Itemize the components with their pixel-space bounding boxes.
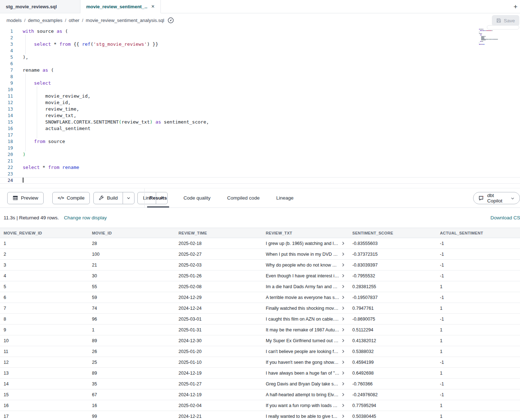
expand-row-chevron-icon[interactable]	[341, 241, 345, 245]
expand-row-chevron-icon[interactable]	[341, 371, 345, 375]
line-number: 11	[0, 93, 13, 99]
dbt-copilot-label: dbt Copilot	[487, 193, 508, 204]
code-line[interactable]: 21	[0, 158, 520, 164]
table-cell: 12	[0, 360, 88, 365]
code-line[interactable]: 18 from source	[0, 138, 520, 145]
code-line[interactable]: 22select * from rename	[0, 164, 520, 171]
expand-row-chevron-icon[interactable]	[341, 252, 345, 256]
new-tab-plus-icon[interactable]: +	[512, 3, 519, 11]
tab-lineage[interactable]: Lineage	[274, 188, 296, 207]
code-line[interactable]: 13 review_time,	[0, 106, 520, 112]
table-cell: 0.41382012	[349, 338, 436, 343]
code-line[interactable]: 5),	[0, 54, 520, 61]
expand-row-chevron-icon[interactable]	[341, 349, 345, 353]
compass-icon[interactable]	[168, 17, 174, 23]
table-row: 10892024-12-30My Super Ex Girlfriend tur…	[0, 335, 520, 346]
breadcrumb-segment: other	[69, 18, 80, 23]
table-cell: 14	[0, 381, 88, 387]
table-cell: 11	[0, 349, 88, 354]
code-editor[interactable]: 1with source as (23 select * from {{ ref…	[0, 27, 520, 188]
results-table: MOVIE_REVIEW_IDMOVIE_IDREVIEW_TIMEREVIEW…	[0, 228, 520, 420]
table-cell: 2024-12-24	[175, 306, 262, 311]
code-text: from source	[23, 138, 65, 145]
table-body: 1282025-02-18I grew up (b. 1965) watchin…	[0, 238, 520, 420]
tab-compiled-code[interactable]: Compiled code	[225, 188, 262, 207]
table-cell: 1	[436, 327, 520, 332]
table-cell: -1	[436, 381, 520, 387]
line-number: 24	[0, 177, 13, 184]
table-row: 16162025-02-04If you want a fun romp wit…	[0, 400, 520, 411]
code-line[interactable]: 1with source as (	[0, 28, 520, 35]
table-cell: -0.760366	[349, 381, 436, 387]
table-cell: -0.7955532	[349, 273, 436, 278]
code-line[interactable]: 24	[0, 177, 520, 184]
line-number: 21	[0, 158, 13, 164]
code-line[interactable]: 14 review_txt,	[0, 112, 520, 119]
table-cell: 0.77595294	[349, 403, 436, 408]
expand-row-chevron-icon[interactable]	[341, 360, 345, 364]
editor-tab[interactable]: movie_review_sentiment_…✕	[80, 0, 161, 13]
expand-row-chevron-icon[interactable]	[341, 393, 345, 397]
code-text: ),	[23, 54, 28, 61]
line-number: 15	[0, 119, 13, 125]
download-csv-link[interactable]: Download CSV	[490, 215, 520, 220]
line-number: 16	[0, 125, 13, 132]
expand-row-chevron-icon[interactable]	[341, 317, 345, 321]
code-line[interactable]: 12 movie_id,	[0, 99, 520, 106]
expand-row-chevron-icon[interactable]	[341, 295, 345, 299]
table-cell: 2024-12-21	[175, 414, 262, 419]
code-line[interactable]: 3 select * from {{ ref('stg_movie_review…	[0, 41, 520, 48]
code-line[interactable]: 16 actual_sentiment	[0, 125, 520, 132]
expand-row-chevron-icon[interactable]	[341, 274, 345, 278]
tab-results[interactable]: Results	[147, 188, 169, 207]
preview-button[interactable]: Preview	[7, 192, 44, 204]
code-line[interactable]: 17	[0, 132, 520, 138]
editor-tab[interactable]: stg_movie_reviews.sql	[0, 0, 80, 13]
code-line[interactable]: 11 movie_review_id,	[0, 93, 520, 99]
expand-row-chevron-icon[interactable]	[341, 382, 345, 386]
tab-code-quality[interactable]: Code quality	[181, 188, 213, 207]
expand-row-chevron-icon[interactable]	[341, 414, 345, 418]
code-line[interactable]: 10	[0, 86, 520, 93]
minimap[interactable]	[479, 29, 505, 46]
code-line[interactable]: 9 select	[0, 80, 520, 86]
expand-row-chevron-icon[interactable]	[341, 306, 345, 310]
table-cell: 1	[436, 403, 520, 408]
preview-button-label: Preview	[21, 195, 38, 201]
code-line[interactable]: 23	[0, 171, 520, 177]
expand-row-chevron-icon[interactable]	[341, 263, 345, 267]
dbt-copilot-button[interactable]: dbt Copilot	[473, 192, 520, 204]
build-dropdown-chevron-icon[interactable]	[123, 192, 134, 204]
table-cell: Finally watched this shocking movie la…	[262, 306, 349, 311]
table-cell: 35	[88, 381, 175, 387]
code-line[interactable]: 19	[0, 145, 520, 151]
table-cell: 0.50380445	[349, 414, 436, 419]
table-cell: -0.19507837	[349, 295, 436, 300]
build-button-main[interactable]: Build	[94, 192, 123, 204]
build-button[interactable]: Build	[93, 192, 135, 204]
code-line[interactable]: 7rename as (	[0, 67, 520, 73]
code-line[interactable]: 6	[0, 61, 520, 67]
table-cell: 3	[0, 263, 88, 268]
compile-button[interactable]: </> Compile	[52, 192, 90, 204]
code-line[interactable]: 20)	[0, 151, 520, 158]
table-cell: 2025-02-08	[175, 284, 262, 289]
table-cell: 2024-12-29	[175, 295, 262, 300]
expand-row-chevron-icon[interactable]	[341, 328, 345, 332]
code-line[interactable]: 4	[0, 48, 520, 54]
expand-row-chevron-icon[interactable]	[341, 285, 345, 289]
expand-row-chevron-icon[interactable]	[341, 403, 345, 407]
indent-guide	[25, 35, 26, 54]
table-cell: I caught this film on AZN on cable. It s…	[262, 317, 349, 322]
expand-row-chevron-icon[interactable]	[341, 339, 345, 343]
results-toolbar: Preview </> Compile Build Lint	[0, 188, 520, 208]
save-button[interactable]: Save	[492, 15, 519, 26]
close-icon[interactable]: ✕	[151, 4, 155, 9]
table-cell: 1	[436, 284, 520, 289]
code-line[interactable]: 8	[0, 73, 520, 80]
table-row: 21002025-02-27When I put this movie in m…	[0, 249, 520, 260]
code-text: movie_review_id,	[23, 93, 91, 99]
change-row-display-link[interactable]: Change row display	[64, 215, 107, 220]
code-line[interactable]: 2	[0, 35, 520, 41]
code-line[interactable]: 15 SNOWFLAKE.CORTEX.SENTIMENT(review_txt…	[0, 119, 520, 125]
